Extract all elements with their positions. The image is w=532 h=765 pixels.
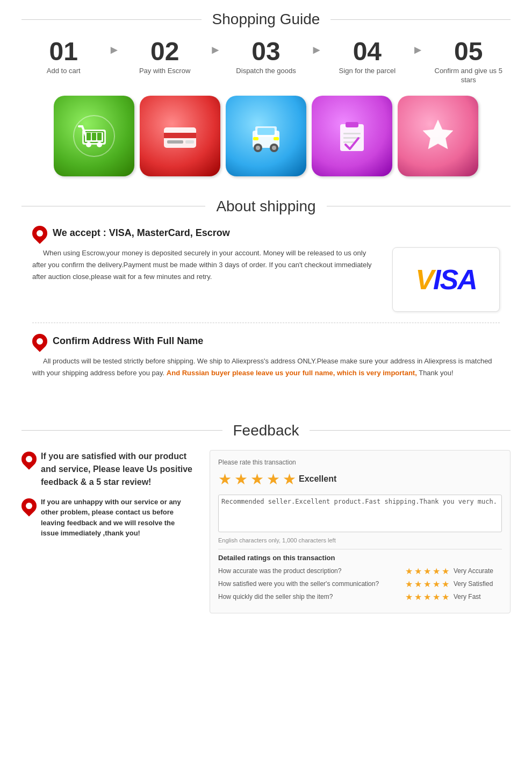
step-4-number: 04 bbox=[353, 39, 382, 65]
svg-rect-5 bbox=[87, 133, 91, 140]
star-4[interactable]: ★ bbox=[267, 470, 280, 488]
rate-label: Please rate this transaction bbox=[218, 459, 502, 466]
r1-star1: ★ bbox=[405, 566, 413, 576]
feedback-line-right bbox=[310, 430, 511, 431]
step-3: 03 Dispatch the goods bbox=[224, 39, 308, 76]
visa-v: V bbox=[415, 264, 433, 295]
r2-star3: ★ bbox=[423, 579, 431, 589]
r1-star5: ★ bbox=[442, 566, 449, 576]
step-3-label: Dispatch the goods bbox=[236, 67, 296, 76]
cart-icon-svg bbox=[73, 115, 116, 158]
rating-stars-2: ★ ★ ★ ★ ★ Very Satisfied bbox=[405, 579, 502, 589]
svg-point-3 bbox=[86, 142, 91, 147]
r2-star5: ★ bbox=[442, 579, 449, 589]
visa-logo: VISA bbox=[415, 263, 476, 296]
svg-rect-22 bbox=[346, 122, 358, 127]
step-1-label: Add to cart bbox=[47, 67, 81, 76]
feedback-left: If you are satisfied with our product an… bbox=[21, 450, 193, 547]
payment-title: We accept : VISA, MasterCard, Escrow bbox=[53, 227, 230, 239]
feedback-pin-icon-1 bbox=[18, 448, 40, 470]
rating-value-2: Very Satisfied bbox=[454, 580, 502, 588]
step-4-label: Sign for the parcel bbox=[339, 67, 396, 76]
r3-star2: ★ bbox=[414, 592, 422, 602]
rating-question-3: How quickly did the seller ship the item… bbox=[218, 593, 405, 600]
svg-rect-25 bbox=[343, 141, 354, 143]
address-text: All products will be tested strictly bef… bbox=[32, 355, 500, 379]
feedback-content: If you are satisfied with our product an… bbox=[0, 445, 532, 630]
star-3[interactable]: ★ bbox=[250, 470, 264, 488]
feedback-main-pin-row: If you are satisfied with our product an… bbox=[21, 450, 193, 489]
feedback-title: Feedback bbox=[228, 422, 305, 439]
feedback-right: Please rate this transaction ★ ★ ★ ★ ★ E… bbox=[210, 450, 511, 613]
svg-rect-10 bbox=[167, 140, 183, 144]
arrow-3: ► bbox=[308, 39, 325, 57]
r1-star3: ★ bbox=[423, 566, 431, 576]
char-limit: English characters only, 1,000 character… bbox=[218, 537, 502, 544]
rating-value-3: Very Fast bbox=[454, 593, 502, 600]
payment-section: We accept : VISA, MasterCard, Escrow Whe… bbox=[32, 226, 500, 323]
step-5-number: 05 bbox=[454, 39, 483, 65]
payment-content: When using Escrow,your money is deposite… bbox=[32, 247, 500, 312]
sign-icon-svg bbox=[330, 115, 373, 158]
about-shipping-header: About shipping bbox=[21, 198, 511, 215]
visa-logo-box: VISA bbox=[392, 247, 500, 312]
step-2-label: Pay with Escrow bbox=[139, 67, 190, 76]
step-1-number: 01 bbox=[49, 39, 78, 65]
step-3-icon bbox=[226, 96, 306, 176]
address-pin-icon bbox=[29, 331, 51, 352]
payment-pin-icon bbox=[29, 223, 51, 244]
step-4: 04 Sign for the parcel bbox=[325, 39, 409, 76]
shopping-guide-title: Shopping Guide bbox=[207, 11, 326, 28]
address-suffix: Thank you! bbox=[419, 369, 453, 377]
step-5-label: Confirm and give us 5 stars bbox=[426, 67, 511, 85]
arrow-2: ► bbox=[207, 39, 224, 57]
svg-rect-23 bbox=[343, 133, 361, 134]
rating-row-2: How satisfied were you with the seller's… bbox=[218, 579, 502, 589]
review-textarea[interactable]: Recommended seller.Excellent product.Fas… bbox=[218, 495, 502, 532]
rating-question-1: How accurate was the product description… bbox=[218, 567, 405, 575]
excellent-label: Excellent bbox=[299, 474, 336, 484]
r2-star1: ★ bbox=[405, 579, 413, 589]
step-2-icon bbox=[140, 96, 220, 176]
r3-star5: ★ bbox=[442, 592, 449, 602]
address-section: Confirm Address With Full Name All produ… bbox=[32, 334, 500, 390]
feedback-sub-pin-row: If you are unhappy with our service or a… bbox=[21, 497, 193, 539]
shopping-guide-content: 01 Add to cart ► 02 Pay with Escrow ► 03… bbox=[0, 33, 532, 187]
steps-icons-row bbox=[21, 96, 511, 176]
svg-rect-11 bbox=[185, 140, 194, 144]
shopping-guide-section: Shopping Guide 01 Add to cart ► 02 Pay w… bbox=[0, 11, 532, 187]
address-title: Confirm Address With Full Name bbox=[53, 335, 203, 347]
step-5: 05 Confirm and give us 5 stars bbox=[426, 39, 511, 85]
feedback-main-text: If you are satisfied with our product an… bbox=[41, 450, 193, 489]
feedback-pin-icon-2 bbox=[18, 495, 40, 517]
arrow-1: ► bbox=[106, 39, 123, 57]
rating-stars-3: ★ ★ ★ ★ ★ Very Fast bbox=[405, 592, 502, 602]
rating-question-2: How satisfied were you with the seller's… bbox=[218, 580, 405, 588]
shipping-line-left bbox=[21, 206, 205, 206]
svg-rect-19 bbox=[253, 137, 258, 140]
feedback-sub-text: If you are unhappy with our service or a… bbox=[41, 497, 193, 539]
r3-star3: ★ bbox=[423, 592, 431, 602]
steps-numbers-row: 01 Add to cart ► 02 Pay with Escrow ► 03… bbox=[21, 39, 511, 85]
step-3-number: 03 bbox=[251, 39, 280, 65]
shipping-line-right bbox=[327, 206, 511, 206]
stars-row: ★ ★ ★ ★ ★ Excellent bbox=[218, 470, 502, 488]
shopping-guide-header: Shopping Guide bbox=[21, 11, 511, 28]
about-shipping-title: About shipping bbox=[211, 198, 321, 215]
header-line-left bbox=[21, 19, 202, 20]
address-highlight: And Russian buyer please leave us your f… bbox=[167, 369, 417, 377]
svg-rect-6 bbox=[92, 133, 96, 140]
r1-star4: ★ bbox=[433, 566, 440, 576]
star-1[interactable]: ★ bbox=[218, 470, 232, 488]
svg-rect-9 bbox=[164, 133, 196, 138]
svg-point-18 bbox=[272, 146, 276, 150]
svg-rect-14 bbox=[257, 128, 275, 135]
feedback-section: Feedback If you are satisfied with our p… bbox=[0, 422, 532, 630]
star-5[interactable]: ★ bbox=[283, 470, 296, 488]
about-shipping-content: We accept : VISA, MasterCard, Escrow Whe… bbox=[0, 220, 532, 411]
rating-row-1: How accurate was the product description… bbox=[218, 566, 502, 576]
star-2[interactable]: ★ bbox=[234, 470, 248, 488]
r3-star1: ★ bbox=[405, 592, 413, 602]
address-title-row: Confirm Address With Full Name bbox=[32, 334, 500, 349]
detailed-ratings-title: Detailed ratings on this transaction bbox=[218, 549, 502, 562]
